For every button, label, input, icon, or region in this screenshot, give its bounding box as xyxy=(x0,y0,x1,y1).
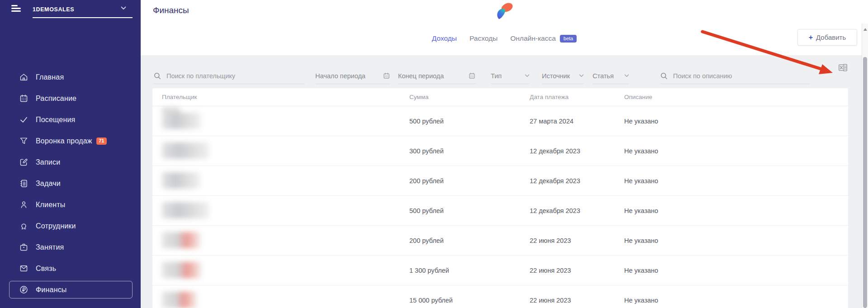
period-end-field[interactable]: Конец периода xyxy=(398,68,476,84)
source-select[interactable]: Источник xyxy=(542,68,584,84)
column-header-amount: Сумма xyxy=(400,94,520,100)
plus-icon: + xyxy=(809,33,813,42)
payment-description: Не указано xyxy=(615,177,848,185)
table-row[interactable]: 500 рублей 27 марта 2024 Не указано xyxy=(152,106,848,136)
tab-incomes[interactable]: Доходы xyxy=(432,34,457,43)
page-title: Финансы xyxy=(153,5,189,15)
sidebar-item-label: Занятия xyxy=(36,243,64,251)
payment-date: 22 июня 2023 xyxy=(520,237,615,244)
payer-name-redacted xyxy=(152,285,400,308)
payer-name-redacted xyxy=(152,136,400,166)
column-header-date: Дата платежа xyxy=(520,94,615,100)
sidebar-item-communication[interactable]: Связь xyxy=(0,258,141,279)
workspace-selector[interactable]: 1DEMOSALES xyxy=(33,5,133,13)
type-select-label: Тип xyxy=(491,72,522,80)
search-icon xyxy=(154,72,161,80)
sidebar-item-records[interactable]: Записи xyxy=(0,152,141,173)
payments-table: Плательщик Сумма Дата платежа Описание 5… xyxy=(152,88,848,308)
payment-amount: 1 300 рублей xyxy=(400,267,520,274)
sidebar-item-label: Записи xyxy=(36,158,60,166)
ruble-icon xyxy=(19,285,28,295)
main-content: Финансы Доходы Расходы Онлайн-касса xyxy=(141,0,868,308)
payer-search-input[interactable] xyxy=(166,72,304,80)
workspace-underline xyxy=(33,17,133,18)
chevron-down-icon xyxy=(525,74,530,77)
type-select[interactable]: Тип xyxy=(491,68,530,84)
funnel-icon xyxy=(19,136,28,146)
payment-date: 12 декабря 2023 xyxy=(520,207,615,214)
table-row[interactable]: 300 рублей 12 декабря 2023 Не указано xyxy=(152,136,848,166)
add-button[interactable]: + Добавить xyxy=(797,29,857,46)
workspace-name: 1DEMOSALES xyxy=(33,6,74,13)
finance-tabs: Доходы Расходы Онлайн-касса beta xyxy=(432,34,577,43)
funnel-count-badge: 71 xyxy=(96,137,107,145)
sidebar-item-lessons[interactable]: Занятия xyxy=(0,237,141,258)
description-search-field xyxy=(660,68,810,84)
description-search-input[interactable] xyxy=(673,72,810,80)
scrollbar-up-arrow-icon[interactable] xyxy=(863,28,867,31)
payment-description: Не указано xyxy=(615,118,848,125)
tab-online-cashdesk[interactable]: Онлайн-касса xyxy=(510,34,556,43)
payment-description: Не указано xyxy=(615,237,848,244)
vertical-scrollbar[interactable] xyxy=(862,24,868,308)
table-row[interactable]: 15 000 рублей 22 июня 2023 Не указано xyxy=(152,285,848,308)
sidebar-item-visits[interactable]: Посещения xyxy=(0,109,141,130)
payment-description: Не указано xyxy=(615,267,848,274)
tab-expenses[interactable]: Расходы xyxy=(470,34,498,43)
table-row[interactable]: 200 рублей 22 июня 2023 Не указано xyxy=(152,226,848,256)
chevron-down-icon xyxy=(579,74,584,77)
sidebar-item-finances[interactable]: Финансы xyxy=(0,279,141,300)
hamburger-menu-icon[interactable] xyxy=(11,5,21,12)
beta-badge: beta xyxy=(560,35,577,43)
payment-amount: 15 000 рублей xyxy=(400,297,520,304)
table-row[interactable]: 1 300 рублей 22 июня 2023 Не указано xyxy=(152,256,848,285)
sidebar-item-sales-funnel[interactable]: Воронка продаж 71 xyxy=(0,130,141,152)
source-select-label: Источник xyxy=(542,72,576,80)
sidebar-item-tasks[interactable]: Задачи xyxy=(0,173,141,194)
period-start-field[interactable]: Начало периода xyxy=(315,68,390,84)
payment-description: Не указано xyxy=(615,147,848,155)
scrollbar-thumb[interactable] xyxy=(863,57,867,308)
payer-name-redacted xyxy=(152,226,400,256)
chevron-down-icon xyxy=(624,74,629,77)
column-header-payer: Плательщик xyxy=(152,94,400,100)
sidebar-item-clients[interactable]: Клиенты xyxy=(0,194,141,215)
excel-export-icon[interactable] xyxy=(837,62,849,74)
payment-date: 27 марта 2024 xyxy=(520,118,615,125)
payment-date: 12 декабря 2023 xyxy=(520,147,615,155)
sidebar-item-label: Клиенты xyxy=(36,201,66,209)
payment-date: 22 июня 2023 xyxy=(520,297,615,304)
paraplan-logo xyxy=(494,2,515,20)
period-start-label: Начало периода xyxy=(315,72,380,80)
sidebar-item-label: Воронка продаж xyxy=(36,137,92,145)
sidebar-header: 1DEMOSALES xyxy=(0,0,141,20)
edit-icon xyxy=(19,157,28,167)
staff-icon xyxy=(19,221,28,231)
sidebar-item-home[interactable]: Главная xyxy=(0,66,141,88)
sidebar-item-label: Посещения xyxy=(36,116,75,124)
payment-amount: 500 рублей xyxy=(400,207,520,214)
payment-date: 22 июня 2023 xyxy=(520,267,615,274)
search-icon xyxy=(660,72,668,80)
filter-bar: Начало периода Конец периода Тип Источни… xyxy=(141,55,868,88)
sidebar-item-label: Расписание xyxy=(36,95,76,103)
payer-search-field xyxy=(154,68,304,84)
table-row[interactable]: 200 рублей 12 декабря 2023 Не указано xyxy=(152,166,848,196)
sidebar-item-schedule[interactable]: Расписание xyxy=(0,88,141,109)
add-button-label: Добавить xyxy=(816,33,846,41)
home-icon xyxy=(19,72,28,82)
top-header: Финансы Доходы Расходы Онлайн-касса xyxy=(141,0,868,55)
calendar-icon xyxy=(383,72,390,80)
payment-amount: 200 рублей xyxy=(400,177,520,185)
table-row[interactable]: 500 рублей 12 декабря 2023 Не указано xyxy=(152,196,848,226)
envelope-icon xyxy=(19,264,28,274)
sidebar-item-label: Задачи xyxy=(36,180,61,188)
article-select[interactable]: Статья xyxy=(593,68,629,84)
payment-description: Не указано xyxy=(615,297,848,304)
payer-name-redacted xyxy=(152,106,400,136)
tasks-icon xyxy=(19,179,28,189)
payment-description: Не указано xyxy=(615,207,848,214)
payment-date: 12 декабря 2023 xyxy=(520,177,615,185)
chevron-down-icon xyxy=(121,6,126,10)
sidebar-item-staff[interactable]: Сотрудники xyxy=(0,215,141,237)
